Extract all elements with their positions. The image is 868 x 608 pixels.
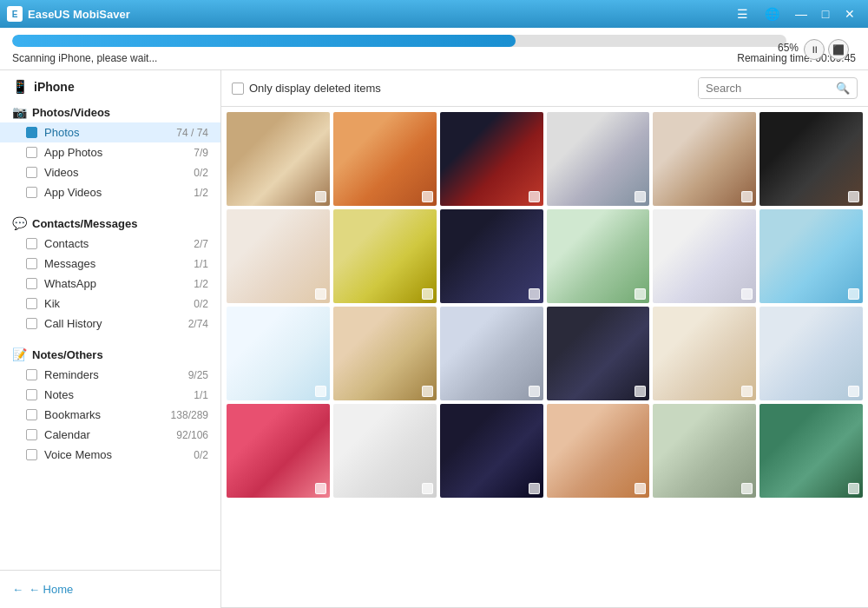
photo-cell[interactable]: [760, 209, 863, 303]
photo-cell[interactable]: [227, 307, 330, 400]
sidebar-item-reminders[interactable]: Reminders 9/25: [0, 365, 220, 385]
whatsapp-check[interactable]: [26, 278, 37, 289]
kik-check[interactable]: [26, 298, 37, 309]
photo-cell[interactable]: [440, 307, 543, 400]
photo-cell[interactable]: [760, 307, 863, 400]
photo-cell[interactable]: [760, 404, 863, 498]
sidebar-item-photos[interactable]: Photos 74 / 74: [0, 122, 220, 142]
photo-select-checkbox[interactable]: [635, 386, 646, 397]
sidebar-item-app-photos[interactable]: App Photos 7/9: [0, 142, 220, 162]
sidebar-item-bookmarks[interactable]: Bookmarks 138/289: [0, 405, 220, 425]
photo-cell[interactable]: [653, 209, 756, 303]
photo-cell[interactable]: [333, 112, 437, 206]
sidebar-item-kik[interactable]: Kik 0/2: [0, 294, 220, 314]
photo-select-checkbox[interactable]: [848, 191, 859, 202]
photo-cell[interactable]: [547, 307, 650, 400]
photo-grid: [221, 107, 868, 607]
photo-select-checkbox[interactable]: [422, 483, 433, 494]
photo-cell[interactable]: [333, 307, 437, 400]
photo-select-checkbox[interactable]: [422, 288, 433, 300]
voice-memos-check[interactable]: [26, 449, 37, 460]
bookmarks-count: 138/289: [171, 409, 208, 421]
photo-cell[interactable]: [227, 112, 330, 206]
photo-select-checkbox[interactable]: [529, 386, 540, 397]
photo-select-checkbox[interactable]: [315, 483, 326, 494]
contacts-check[interactable]: [26, 238, 37, 249]
videos-count: 0/2: [194, 167, 208, 179]
reminders-check[interactable]: [26, 369, 37, 380]
photo-select-checkbox[interactable]: [529, 191, 540, 202]
photo-cell[interactable]: [653, 112, 756, 206]
photo-select-checkbox[interactable]: [741, 386, 753, 397]
home-arrow-icon: ←: [12, 583, 23, 596]
photo-select-checkbox[interactable]: [741, 288, 753, 300]
calendar-check[interactable]: [26, 429, 37, 440]
photo-cell[interactable]: [547, 209, 650, 303]
photo-select-checkbox[interactable]: [422, 191, 433, 202]
call-history-check[interactable]: [26, 318, 37, 329]
hamburger-button[interactable]: ☰: [731, 4, 753, 23]
close-button[interactable]: ✕: [838, 4, 861, 23]
photo-cell[interactable]: [653, 307, 756, 400]
minimize-button[interactable]: —: [790, 4, 812, 23]
photo-cell[interactable]: [653, 404, 756, 498]
window-controls: — □ ✕: [790, 4, 861, 23]
stop-button[interactable]: ⬛: [828, 39, 849, 60]
videos-check[interactable]: [26, 167, 37, 178]
photo-cell[interactable]: [440, 112, 543, 206]
sidebar-item-calendar[interactable]: Calendar 92/106: [0, 425, 220, 445]
photo-select-checkbox[interactable]: [635, 483, 646, 494]
sidebar-item-call-history[interactable]: Call History 2/74: [0, 314, 220, 334]
photo-select-checkbox[interactable]: [529, 483, 540, 494]
home-button[interactable]: ← ← Home: [0, 570, 221, 608]
photo-select-checkbox[interactable]: [848, 288, 859, 300]
photo-cell[interactable]: [333, 404, 437, 498]
bookmarks-check[interactable]: [26, 409, 37, 420]
globe-button[interactable]: 🌐: [760, 4, 783, 23]
photo-cell[interactable]: [440, 209, 543, 303]
photo-select-checkbox[interactable]: [529, 288, 540, 300]
reminders-count: 9/25: [188, 369, 208, 381]
photo-select-checkbox[interactable]: [848, 386, 859, 397]
messages-count: 1/1: [194, 258, 208, 270]
app-videos-check[interactable]: [26, 187, 37, 198]
photo-select-checkbox[interactable]: [315, 191, 326, 202]
photo-select-checkbox[interactable]: [848, 483, 859, 494]
sidebar-item-whatsapp[interactable]: WhatsApp 1/2: [0, 274, 220, 294]
photo-select-checkbox[interactable]: [315, 386, 326, 397]
maximize-button[interactable]: □: [814, 4, 837, 23]
pause-button[interactable]: ⏸: [804, 39, 825, 60]
photo-select-checkbox[interactable]: [315, 288, 326, 300]
photo-cell[interactable]: [227, 209, 330, 303]
photo-select-checkbox[interactable]: [635, 191, 646, 202]
scanning-text: Scanning iPhone, please wait...: [12, 52, 157, 64]
photo-cell[interactable]: [440, 404, 543, 498]
photo-cell[interactable]: [760, 112, 863, 206]
photo-select-checkbox[interactable]: [741, 483, 753, 494]
photo-select-checkbox[interactable]: [635, 288, 646, 300]
sidebar-item-app-videos[interactable]: App Videos 1/2: [0, 182, 220, 202]
filter-checkbox[interactable]: [232, 83, 244, 95]
messages-check[interactable]: [26, 258, 37, 269]
photos-check[interactable]: [26, 127, 37, 138]
photo-cell[interactable]: [333, 209, 437, 303]
photos-label: Photos: [44, 126, 176, 139]
notes-check[interactable]: [26, 389, 37, 400]
calendar-count: 92/106: [176, 429, 208, 441]
photo-cell[interactable]: [547, 404, 650, 498]
photo-select-checkbox[interactable]: [422, 386, 433, 397]
sidebar-item-voice-memos[interactable]: Voice Memos 0/2: [0, 445, 220, 465]
sidebar-item-notes[interactable]: Notes 1/1: [0, 385, 220, 405]
search-input[interactable]: [699, 78, 829, 98]
sidebar-item-messages[interactable]: Messages 1/1: [0, 254, 220, 274]
section-photos-videos: 📷 Photos/Videos: [0, 100, 220, 122]
app-photos-check[interactable]: [26, 147, 37, 158]
sidebar-item-videos[interactable]: Videos 0/2: [0, 162, 220, 182]
sidebar-item-contacts[interactable]: Contacts 2/7: [0, 234, 220, 254]
whatsapp-count: 1/2: [194, 278, 208, 290]
bookmarks-label: Bookmarks: [44, 408, 171, 421]
photo-select-checkbox[interactable]: [741, 191, 753, 202]
photo-cell[interactable]: [227, 404, 330, 498]
photo-cell[interactable]: [547, 112, 650, 206]
app-icon: E: [7, 6, 23, 22]
